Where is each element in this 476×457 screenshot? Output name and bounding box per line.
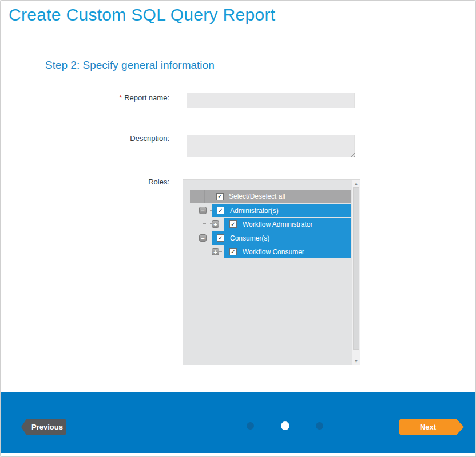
- scrollbar-thumb[interactable]: [353, 187, 359, 350]
- row-checkbox[interactable]: ✓: [229, 248, 237, 255]
- roles-label: Roles:: [1, 178, 169, 186]
- step-heading: Step 2: Specify general information: [45, 59, 215, 72]
- wizard-footer: Previous Next: [1, 392, 475, 453]
- wizard-step-dots: [247, 421, 323, 430]
- select-all-checkbox[interactable]: ✓: [216, 193, 224, 200]
- report-name-input[interactable]: [187, 93, 355, 108]
- tree-header-corner-cell: [190, 190, 205, 203]
- tree-connector: [219, 251, 224, 252]
- required-asterisk: *: [119, 93, 122, 102]
- tree-connector: [219, 224, 224, 224]
- tree-row-label: Administrator(s): [230, 207, 279, 215]
- step-dot-2-active[interactable]: [281, 421, 289, 430]
- wizard-window: Create Custom SQL Query Report Step 2: S…: [0, 0, 476, 457]
- step-dot-3[interactable]: [316, 422, 323, 430]
- expand-expander-icon[interactable]: +: [212, 220, 219, 228]
- row-checkbox[interactable]: ✓: [229, 220, 237, 228]
- previous-button[interactable]: Previous: [21, 419, 66, 435]
- tree-connector: [203, 224, 203, 232]
- row-checkbox[interactable]: ✓: [217, 207, 224, 214]
- roles-label-text: Roles:: [148, 178, 169, 186]
- report-name-label-text: Report name:: [124, 93, 169, 102]
- expand-expander-icon[interactable]: +: [212, 248, 219, 255]
- tree-row-selection[interactable]: ✓ Consumer(s): [212, 231, 351, 245]
- tree-row-selection[interactable]: ✓ Workflow Administrator: [224, 218, 351, 231]
- step-dot-1[interactable]: [247, 422, 254, 430]
- description-textarea[interactable]: [187, 135, 355, 157]
- select-all-label: Select/Deselect all: [229, 192, 285, 200]
- tree-row-selection[interactable]: ✓ Administrator(s): [212, 204, 351, 217]
- tree-row-label: Workflow Administrator: [243, 220, 312, 229]
- tree-row-consumers: − ✓ Consumer(s): [183, 231, 361, 245]
- collapse-expander-icon[interactable]: −: [199, 234, 207, 242]
- next-button[interactable]: Next: [399, 419, 464, 435]
- vertical-scrollbar[interactable]: ▲ ▼: [352, 180, 360, 365]
- tree-row-administrators: − ✓ Administrator(s): [183, 204, 361, 218]
- row-checkbox[interactable]: ✓: [217, 234, 224, 242]
- roles-select-all-header: ✓ Select/Deselect all: [190, 190, 351, 203]
- tree-row-workflow-consumer: + ✓ Workflow Consumer: [183, 245, 361, 259]
- scroll-up-icon[interactable]: ▲: [352, 180, 360, 187]
- report-name-label: *Report name:: [1, 93, 169, 102]
- tree-row-label: Consumer(s): [230, 234, 269, 242]
- page-title: Create Custom SQL Query Report: [9, 5, 275, 25]
- roles-tree-panel: ✓ Select/Deselect all − ✓ Administrator(…: [183, 179, 360, 365]
- tree-connector: [203, 217, 212, 224]
- tree-row-workflow-administrator: + ✓ Workflow Administrator: [183, 218, 361, 231]
- tree-row-label: Workflow Consumer: [243, 248, 304, 256]
- description-label-text: Description:: [130, 134, 169, 143]
- tree-connector: [207, 210, 212, 211]
- tree-connector: [207, 238, 212, 238]
- tree-row-selection[interactable]: ✓ Workflow Consumer: [224, 245, 351, 258]
- collapse-expander-icon[interactable]: −: [199, 207, 207, 214]
- description-label: Description:: [1, 134, 169, 143]
- tree-connector: [203, 245, 212, 251]
- scroll-down-icon[interactable]: ▼: [352, 357, 360, 365]
